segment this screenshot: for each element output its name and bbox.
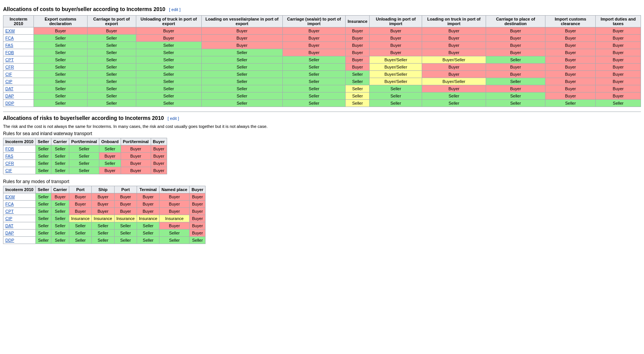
incoterm-code-cpt[interactable]: CPT (3, 56, 34, 64)
costs-table-container: Incoterm 2010Export customs declarationC… (3, 15, 641, 107)
incoterm-code-dap[interactable]: DAP (3, 230, 36, 237)
risk-cell: Seller (51, 201, 69, 208)
incoterm-code-cip[interactable]: CIP (3, 215, 36, 222)
risk-cell: Buyer (151, 145, 167, 153)
cost-cell: Buyer (422, 35, 486, 42)
incoterm-code-dap[interactable]: DAP (3, 92, 34, 100)
costs-header-8: Loading on truck in port of import (422, 16, 486, 27)
cost-cell: Buyer (545, 49, 596, 56)
cost-cell: Buyer (545, 71, 596, 78)
risk-header-6: Terminal (137, 186, 159, 193)
table-row: EXWSellerBuyerBuyerBuyerBuyerBuyerBuyerB… (3, 193, 206, 201)
cost-cell: Buyer (370, 35, 422, 42)
risk-header-2: Carrier (51, 186, 69, 193)
risk-cell: Seller (51, 222, 69, 230)
cost-cell: Buyer/Seller (422, 78, 486, 85)
incoterm-code-dat[interactable]: DAT (3, 85, 34, 92)
cost-cell: Seller (136, 85, 201, 92)
risk-cell: Buyer (137, 193, 159, 201)
risk-cell: Buyer (190, 193, 206, 201)
incoterm-code-fca[interactable]: FCA (3, 201, 36, 208)
incoterm-code-cfr[interactable]: CFR (3, 64, 34, 71)
cost-cell: Buyer (486, 85, 545, 92)
incoterm-code-dat[interactable]: DAT (3, 222, 36, 230)
risk-cell: Buyer (69, 208, 92, 215)
cost-cell: Buyer (422, 42, 486, 49)
cost-cell: Buyer (596, 49, 641, 56)
incoterm-code-fob[interactable]: FOB (3, 49, 34, 56)
costs-header-3: Unloading of truck in port of export (136, 16, 201, 27)
incoterm-code-fas[interactable]: FAS (3, 153, 36, 160)
cost-cell: Seller (282, 56, 346, 64)
risks-description: The risk and the cost is not always the … (3, 124, 641, 129)
risk-cell: Buyer (151, 160, 167, 167)
cost-cell: Seller (486, 92, 545, 100)
table-row: FOBSellerSellerSellerSellerBuyerBuyer (3, 145, 167, 153)
risk-header-2: Carrier (51, 138, 69, 145)
sea-title: Rules for sea and inland waterway transp… (3, 131, 641, 136)
risk-cell: Seller (69, 153, 99, 160)
incoterm-code-exw[interactable]: EXW (3, 193, 36, 201)
incoterm-code-fob[interactable]: FOB (3, 145, 36, 153)
cost-cell: Buyer (486, 49, 545, 56)
risk-cell: Seller (35, 208, 51, 215)
risk-cell: Seller (137, 230, 159, 237)
cost-cell: Seller (34, 56, 88, 64)
incoterm-code-exw[interactable]: EXW (3, 27, 34, 35)
risk-cell: Buyer (190, 222, 206, 230)
costs-header-11: Import duties and taxes (596, 16, 641, 27)
incoterm-code-cif[interactable]: CIF (3, 71, 34, 78)
cost-cell: Seller (87, 78, 136, 85)
cost-cell: Seller (282, 78, 346, 85)
cost-cell: Seller (34, 100, 88, 107)
cost-cell: Seller (136, 56, 201, 64)
risk-cell: Seller (51, 153, 69, 160)
risk-cell: Seller (92, 230, 114, 237)
risk-header-5: Port/terminal (121, 138, 151, 145)
table-row: CIPSellerSellerSellerSellerSellerSellerB… (3, 78, 641, 85)
cost-cell: Seller (422, 100, 486, 107)
cost-cell: Seller (201, 49, 282, 56)
risk-cell: Seller (114, 230, 137, 237)
cost-cell: Buyer (346, 42, 370, 49)
table-row: DAPSellerSellerSellerSellerSellerSellerS… (3, 92, 641, 100)
incoterm-code-cip[interactable]: CIP (3, 78, 34, 85)
incoterm-code-cfr[interactable]: CFR (3, 160, 36, 167)
risk-cell: Buyer (159, 208, 190, 215)
costs-header-1: Export customs declaration (34, 16, 88, 27)
incoterm-code-ddp[interactable]: DDP (3, 237, 36, 244)
risk-cell: Buyer (121, 153, 151, 160)
cost-cell: Buyer (34, 27, 88, 35)
costs-edit-link[interactable]: [ edit ] (169, 7, 180, 12)
cost-cell: Seller (486, 100, 545, 107)
cost-cell: Seller (346, 85, 370, 92)
any-title: Rules for any modes of transport (3, 179, 641, 184)
incoterm-code-cif[interactable]: CIF (3, 167, 36, 174)
cost-cell: Buyer (346, 35, 370, 42)
risk-cell: Seller (35, 160, 51, 167)
cost-cell: Buyer (370, 49, 422, 56)
cost-cell: Buyer/Seller (370, 71, 422, 78)
cost-cell: Buyer (282, 42, 346, 49)
risk-cell: Buyer (159, 193, 190, 201)
cost-cell: Seller (596, 100, 641, 107)
cost-cell: Buyer (596, 78, 641, 85)
cost-cell: Seller (486, 56, 545, 64)
table-row: FASSellerSellerSellerBuyerBuyerBuyerBuye… (3, 42, 641, 49)
risk-cell: Seller (35, 230, 51, 237)
cost-cell: Buyer (545, 92, 596, 100)
incoterm-code-fca[interactable]: FCA (3, 35, 34, 42)
cost-cell: Buyer (596, 35, 641, 42)
risk-cell: Buyer (92, 193, 114, 201)
incoterm-code-fas[interactable]: FAS (3, 42, 34, 49)
cost-cell: Seller (201, 92, 282, 100)
cost-cell: Seller (370, 92, 422, 100)
cost-cell: Seller (136, 78, 201, 85)
risks-edit-link[interactable]: [ edit ] (167, 116, 179, 121)
incoterm-code-cpt[interactable]: CPT (3, 208, 36, 215)
sea-table-container: Incoterm 2010SellerCarrierPort/terminalO… (3, 138, 641, 174)
incoterm-code-ddp[interactable]: DDP (3, 100, 34, 107)
cost-cell: Buyer (282, 49, 346, 56)
risk-cell: Seller (35, 153, 51, 160)
cost-cell: Seller (136, 100, 201, 107)
